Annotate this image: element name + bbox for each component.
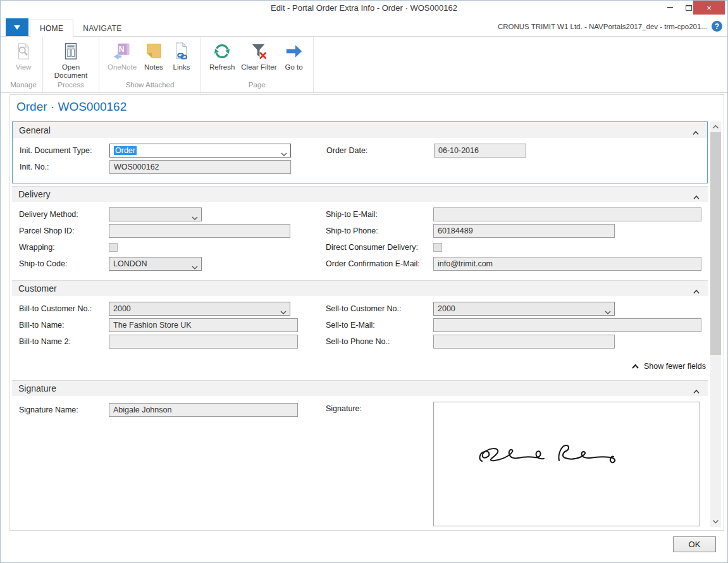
minimize-icon xyxy=(667,7,673,8)
init-document-type-value: Order xyxy=(114,146,137,155)
fasttab-delivery: Delivery Delivery Method: Parcel Sh xyxy=(12,186,708,278)
signature-name-field[interactable]: Abigale Johnson xyxy=(109,403,298,417)
field-row: Sell-to E-Mail: xyxy=(326,317,708,333)
order-confirmation-email-field[interactable]: info@trimit.com xyxy=(433,257,701,271)
notes-icon xyxy=(143,40,164,62)
field-row: Signature Name: Abigale Johnson xyxy=(12,402,326,418)
go-to-button[interactable]: Go to xyxy=(280,39,308,73)
bill-to-name-2-field[interactable] xyxy=(109,335,298,349)
clear-filter-icon xyxy=(248,40,269,62)
title-bar: Edit - Portal Order Extra Info - Order ·… xyxy=(1,1,727,16)
field-row: Bill-to Name: The Fashion Store UK xyxy=(12,317,326,333)
field-row: Signature: xyxy=(326,402,708,526)
sell-to-customer-no-label: Sell-to Customer No.: xyxy=(326,304,433,313)
init-no-label: Init. No.: xyxy=(20,163,109,171)
delivery-method-select[interactable] xyxy=(109,207,202,221)
ship-to-phone-label: Ship-to Phone: xyxy=(326,226,433,235)
sell-to-customer-no-select[interactable]: 2000 xyxy=(433,302,615,316)
ribbon-group-label-show-attached: Show Attached xyxy=(104,81,195,91)
field-row: Init. Document Type: Order xyxy=(13,142,326,159)
application-menu-button[interactable] xyxy=(6,18,28,36)
field-row: Parcel Shop ID: xyxy=(12,223,326,239)
sell-to-customer-no-value: 2000 xyxy=(438,304,455,313)
scroll-down-icon[interactable] xyxy=(710,516,721,527)
fasttab-delivery-header[interactable]: Delivery xyxy=(12,186,708,202)
field-row: Wrapping: xyxy=(12,239,326,256)
collapse-chevron-icon[interactable] xyxy=(692,127,700,138)
page-title: Order · WOS000162 xyxy=(16,100,724,115)
ship-to-code-select[interactable]: LONDON xyxy=(109,257,202,271)
wrapping-checkbox[interactable] xyxy=(109,243,118,252)
collapse-chevron-icon[interactable] xyxy=(693,385,700,397)
bill-to-customer-no-select[interactable]: 2000 xyxy=(109,302,290,316)
refresh-icon xyxy=(211,40,233,62)
scrollbar-thumb[interactable] xyxy=(710,132,721,355)
chevron-down-icon xyxy=(280,307,287,316)
tab-navigate[interactable]: NAVIGATE xyxy=(73,20,131,37)
signature-name-label: Signature Name: xyxy=(19,405,109,414)
fasttab-signature-title: Signature xyxy=(18,383,56,393)
fasttab-general-header[interactable]: General xyxy=(13,122,707,138)
help-icon[interactable]: ? xyxy=(712,21,722,32)
open-document-button[interactable]: Open Document xyxy=(48,39,94,81)
chevron-down-icon xyxy=(192,263,198,271)
fasttab-signature-header[interactable]: Signature xyxy=(12,380,708,396)
field-row: Ship-to Phone: 60184489 xyxy=(326,223,708,239)
signature-image xyxy=(433,402,700,526)
ribbon-group-label-process: Process xyxy=(48,81,94,91)
bill-to-name-label: Bill-to Name: xyxy=(19,321,109,330)
collapse-chevron-icon[interactable] xyxy=(693,285,700,297)
fasttab-general-title: General xyxy=(19,125,51,135)
tab-home[interactable]: HOME xyxy=(30,20,73,37)
init-no-field[interactable]: WOS000162 xyxy=(109,160,291,174)
fasttab-signature: Signature Signature Name: Abigale Johnso… xyxy=(12,380,708,526)
ship-to-phone-field[interactable]: 60184489 xyxy=(433,224,615,238)
ribbon-group-show-attached: N OneNote Notes Links Show Atta xyxy=(99,37,201,92)
parcel-shop-id-label: Parcel Shop ID: xyxy=(19,226,109,235)
show-fewer-fields-label: Show fewer fields xyxy=(644,362,706,371)
vertical-scrollbar[interactable] xyxy=(710,121,721,527)
notes-button[interactable]: Notes xyxy=(140,39,168,73)
sell-to-email-label: Sell-to E-Mail: xyxy=(326,321,433,330)
show-fewer-fields-link[interactable]: Show fewer fields xyxy=(12,360,708,373)
view-button[interactable]: View xyxy=(9,39,37,73)
ok-button[interactable]: OK xyxy=(673,536,716,552)
field-row: Sell-to Phone No.: xyxy=(326,333,708,350)
onenote-icon: N xyxy=(111,40,133,62)
ship-to-code-label: Ship-to Code: xyxy=(19,259,109,268)
links-button-label: Links xyxy=(173,63,190,71)
chevron-down-icon xyxy=(192,213,198,222)
field-row: Order Confirmation E-Mail: info@trimit.c… xyxy=(326,256,708,272)
app-window: Edit - Portal Order Extra Info - Order ·… xyxy=(0,0,728,563)
ribbon-tabs: HOME NAVIGATE xyxy=(30,20,132,37)
ship-to-email-field[interactable] xyxy=(433,207,701,221)
links-button[interactable]: Links xyxy=(168,39,195,73)
close-button[interactable]: × xyxy=(693,1,725,15)
view-icon xyxy=(13,40,34,62)
order-date-field[interactable]: 06-10-2016 xyxy=(434,144,526,158)
view-button-label: View xyxy=(16,63,32,71)
fasttab-customer-header[interactable]: Customer xyxy=(12,280,708,296)
ribbon-group-label-page: Page xyxy=(206,81,308,91)
wrapping-label: Wrapping: xyxy=(19,243,109,252)
sell-to-phone-no-field[interactable] xyxy=(433,335,615,349)
direct-consumer-delivery-label: Direct Consumer Delivery: xyxy=(326,243,433,252)
collapse-chevron-icon[interactable] xyxy=(693,191,700,202)
minimize-button[interactable] xyxy=(660,1,679,15)
field-row: Order Date: 06-10-2016 xyxy=(326,142,707,159)
ship-to-code-value: LONDON xyxy=(113,259,147,268)
scroll-up-icon[interactable] xyxy=(710,121,721,132)
onenote-button-label: OneNote xyxy=(108,63,137,71)
bill-to-name-field[interactable]: The Fashion Store UK xyxy=(109,318,298,332)
delivery-method-label: Delivery Method: xyxy=(19,210,109,219)
refresh-button[interactable]: Refresh xyxy=(206,39,238,73)
direct-consumer-delivery-checkbox[interactable] xyxy=(433,243,442,252)
order-date-label: Order Date: xyxy=(326,146,434,155)
init-document-type-select[interactable]: Order xyxy=(109,144,291,158)
onenote-button[interactable]: N OneNote xyxy=(104,39,140,73)
clear-filter-button[interactable]: Clear Filter xyxy=(238,39,280,73)
window-title: Edit - Portal Order Extra Info - Order ·… xyxy=(1,3,727,13)
ribbon-tab-row: HOME NAVIGATE CRONUS TRIMIT W1 Ltd. - NA… xyxy=(1,16,727,37)
sell-to-email-field[interactable] xyxy=(433,318,701,332)
parcel-shop-id-field[interactable] xyxy=(109,224,290,238)
